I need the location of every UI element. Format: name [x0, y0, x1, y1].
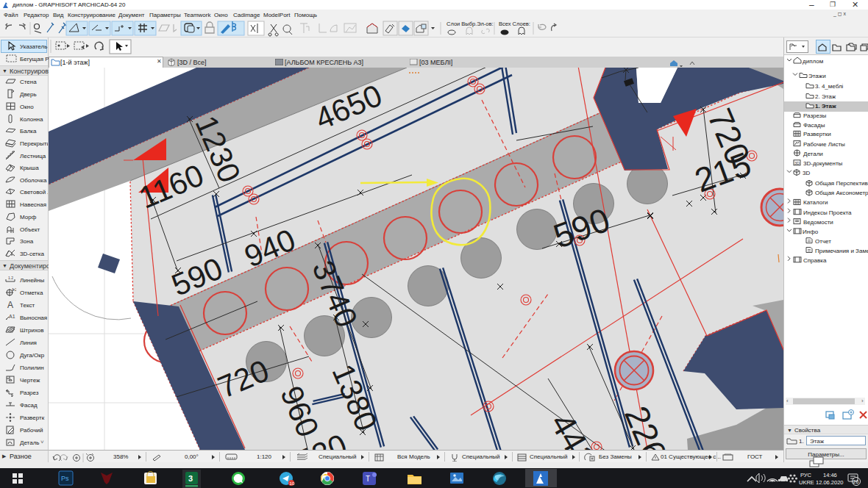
- svg-text:3. 4_меблі: 3. 4_меблі: [815, 83, 844, 90]
- svg-text:14:46: 14:46: [823, 472, 837, 478]
- svg-text:Разрезы: Разрезы: [803, 112, 826, 119]
- svg-text:Рабочие Листы: Рабочие Листы: [803, 141, 845, 148]
- svg-text:26: 26: [853, 479, 859, 484]
- svg-text:Отчет: Отчет: [815, 238, 831, 245]
- svg-text:Этажи: Этажи: [808, 73, 826, 79]
- svg-text:12.06.2020: 12.06.2020: [816, 479, 844, 486]
- svg-text:РУС: РУС: [800, 472, 812, 478]
- svg-text:Всех Слоев:: Всех Слоев:: [499, 21, 530, 27]
- svg-text:Развертки: Развертки: [803, 131, 831, 137]
- svg-text:Детали: Детали: [803, 151, 823, 157]
- svg-text:Фасады: Фасады: [803, 122, 825, 129]
- svg-text:10: 10: [290, 481, 295, 486]
- svg-text:3: 3: [188, 474, 193, 483]
- svg-text:T: T: [366, 475, 370, 483]
- svg-text:Ведомости: Ведомости: [803, 219, 833, 226]
- svg-text:Справка: Справка: [803, 257, 827, 264]
- svg-text:3D-документы: 3D-документы: [803, 160, 843, 167]
- svg-text:A: A: [7, 300, 13, 310]
- svg-text:Общая Аксонометрия: Общая Аксонометрия: [815, 190, 868, 196]
- svg-text:1.2: 1.2: [8, 276, 13, 280]
- svg-text:UKRE: UKRE: [799, 479, 814, 486]
- svg-text:Инфо: Инфо: [803, 229, 819, 235]
- svg-text:Слои Выбр.Эл-ов:: Слои Выбр.Эл-ов:: [447, 21, 494, 27]
- svg-text:A1: A1: [9, 314, 15, 319]
- svg-text:3D: 3D: [803, 170, 810, 176]
- svg-text:1. Этаж: 1. Этаж: [815, 103, 836, 110]
- svg-text:Примечания и Заметк: Примечания и Заметк: [815, 248, 868, 254]
- svg-text:Индексы Проекта: Индексы Проекта: [803, 209, 852, 216]
- svg-text:3D: 3D: [794, 161, 800, 165]
- svg-text:Ps: Ps: [61, 475, 69, 482]
- svg-text:Общая Перспектива: Общая Перспектива: [815, 180, 868, 187]
- svg-text:диплом: диплом: [803, 58, 823, 65]
- svg-text:2. Этаж: 2. Этаж: [815, 93, 836, 100]
- svg-text:1.2: 1.2: [12, 287, 16, 292]
- svg-text:Каталоги: Каталоги: [803, 199, 828, 206]
